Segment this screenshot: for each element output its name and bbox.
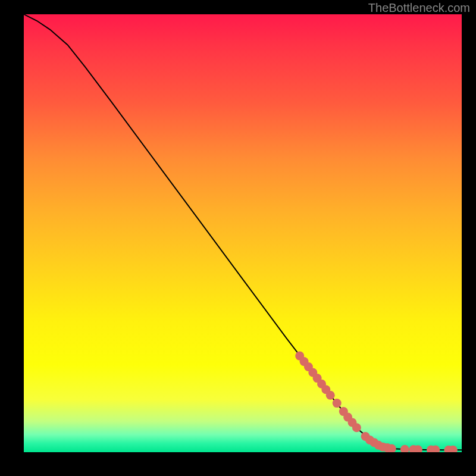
curve-markers — [295, 352, 458, 452]
data-point — [400, 445, 409, 452]
watermark-text: TheBottleneck.com — [368, 1, 470, 15]
plot-area — [24, 14, 462, 452]
data-point — [326, 391, 335, 400]
data-point — [333, 399, 342, 408]
main-curve — [24, 14, 462, 450]
data-point — [352, 423, 361, 432]
curve-line — [24, 14, 462, 450]
chart-svg — [24, 14, 462, 452]
